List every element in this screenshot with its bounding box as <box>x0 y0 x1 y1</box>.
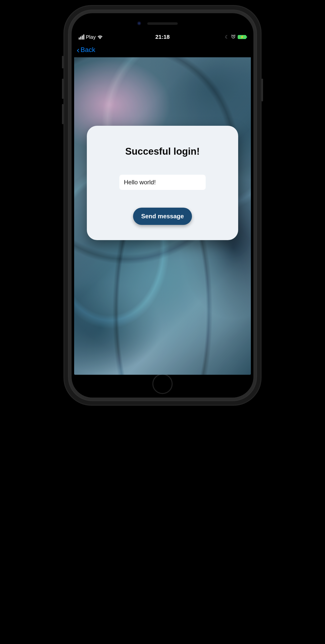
earpiece-speaker <box>147 22 178 25</box>
send-message-button[interactable]: Send message <box>133 208 192 225</box>
back-label: Back <box>80 46 95 54</box>
alarm-icon <box>231 34 236 40</box>
screen: Play 21:18 ☾ <box>74 31 251 375</box>
navigation-bar: ‹ Back <box>74 42 251 57</box>
power-button <box>262 79 263 101</box>
message-input[interactable] <box>119 175 206 190</box>
volume-down-button <box>62 104 63 124</box>
content-area: Succesful login! Send message <box>74 57 251 375</box>
front-camera <box>137 21 141 25</box>
back-button[interactable]: ‹ Back <box>77 45 95 54</box>
volume-up-button <box>62 79 63 99</box>
phone-device-frame: Play 21:18 ☾ <box>63 5 262 406</box>
carrier-label: Play <box>86 34 96 40</box>
silence-switch <box>62 56 63 68</box>
wifi-icon <box>97 35 103 39</box>
do-not-disturb-icon: ☾ <box>225 34 229 40</box>
login-success-card: Succesful login! Send message <box>87 126 238 240</box>
home-button[interactable] <box>152 374 173 394</box>
status-left: Play <box>79 34 103 40</box>
status-time: 21:18 <box>155 34 170 40</box>
status-right: ☾ ⚡ <box>225 34 246 40</box>
status-bar: Play 21:18 ☾ <box>74 31 251 42</box>
cellular-signal-icon <box>79 34 84 40</box>
card-title: Succesful login! <box>125 146 200 157</box>
battery-charging-icon: ⚡ <box>238 35 246 39</box>
chevron-left-icon: ‹ <box>77 45 79 54</box>
